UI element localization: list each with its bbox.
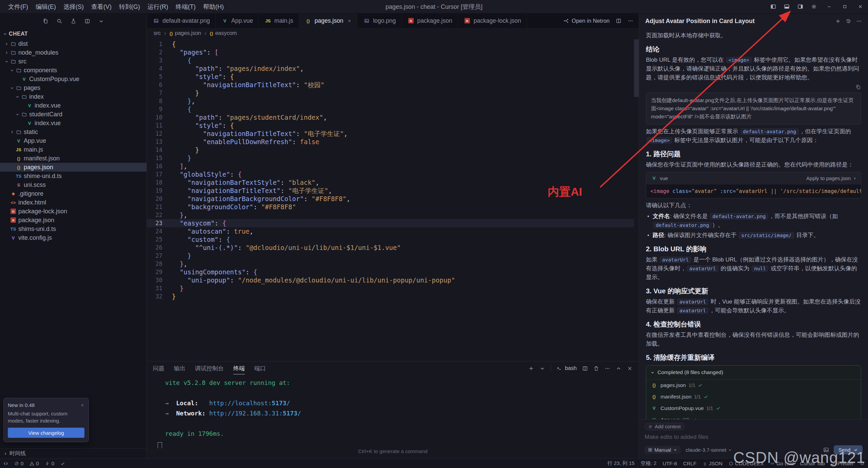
tree-item-dist[interactable]: dist: [0, 39, 146, 48]
code-line-2[interactable]: 2 "pages": [: [147, 48, 634, 56]
breadcrumb-src[interactable]: src: [154, 30, 161, 36]
tab-App.vue[interactable]: VApp.vue: [216, 14, 259, 28]
terminal-output[interactable]: vite v5.2.8 dev server running at: → Loc…: [147, 375, 639, 448]
tree-item-package-lock.json[interactable]: npackage-lock.json: [0, 207, 146, 216]
chevdown-icon[interactable]: [98, 18, 104, 24]
panel-tab-问题[interactable]: 问题: [153, 363, 164, 374]
code-line-4[interactable]: 4 "path": "pages/index/index",: [147, 64, 634, 73]
code-line-3[interactable]: 3 {: [147, 56, 634, 64]
changed-file-CustomPopup.vue[interactable]: VCustomPopup.vue1/1: [646, 403, 861, 414]
changed-file-manifest.json[interactable]: {}manifest.json1/1: [646, 391, 861, 403]
code-line-10[interactable]: 10 "path": "pages/studentCard/index",: [147, 113, 634, 121]
code-line-12[interactable]: 12 "navigationBarTitleText": "电子学生证",: [147, 130, 634, 138]
close-tab-icon[interactable]: [347, 19, 352, 23]
tree-item-shims-uni.d.ts[interactable]: TSshims-uni.d.ts: [0, 225, 146, 233]
view-changelog-button[interactable]: View changelog: [8, 428, 84, 438]
menu-运行[interactable]: 运行(R): [144, 2, 172, 12]
tree-item-.gitignore[interactable]: ◆.gitignore: [0, 189, 146, 198]
tab-logo.png[interactable]: logo.png: [357, 14, 401, 28]
menu-终端[interactable]: 终端(T): [172, 2, 199, 12]
status-cursor-position[interactable]: 行 23, 列 15: [607, 460, 634, 467]
code-line-29[interactable]: 29 "usingComponents": {: [147, 268, 634, 276]
add-context-chip[interactable]: Add context: [645, 423, 685, 430]
terminal-instance-bash[interactable]: bash: [556, 365, 577, 371]
tab-package-lock.json[interactable]: npackage-lock.json: [458, 14, 527, 28]
history-icon[interactable]: [846, 18, 851, 24]
layoutL-icon[interactable]: [768, 2, 778, 12]
status-ports[interactable]: 0: [45, 461, 54, 466]
menu-转到[interactable]: 转到(G): [116, 2, 143, 12]
code-line-24[interactable]: 24 "autoscan": true,: [147, 227, 634, 235]
code-line-16[interactable]: 16 ],: [147, 162, 634, 170]
code-line-1[interactable]: 1{: [147, 40, 634, 48]
tree-item-CustomPopup.vue[interactable]: VCustomPopup.vue: [0, 75, 146, 83]
split-icon[interactable]: [84, 18, 90, 24]
changed-file-App.vue[interactable]: VApp.vue3/3: [646, 414, 861, 419]
status-warnings[interactable]: 0: [29, 461, 39, 466]
code-line-15[interactable]: 15 }: [147, 154, 634, 162]
changed-file-pages.json[interactable]: {}pages.json1/1: [646, 379, 861, 391]
code-line-30[interactable]: 30 "uni-popup": "/node_modules/@dcloudio…: [147, 276, 634, 284]
tree-item-vite.config.js[interactable]: Vvite.config.js: [0, 233, 146, 242]
completed-header[interactable]: Completed (8 files changed): [646, 366, 861, 379]
more-icon[interactable]: [605, 366, 610, 371]
tree-item-pages.json[interactable]: {}pages.json: [0, 163, 146, 172]
code-line-13[interactable]: 13 "enablePullDownRefresh": false: [147, 138, 634, 146]
code-line-32[interactable]: 32}: [147, 292, 634, 300]
code-line-23[interactable]: 23 "easycom": {: [147, 219, 634, 227]
code-line-22[interactable]: 22 },: [147, 211, 634, 219]
status-encoding[interactable]: UTF-8: [663, 461, 677, 466]
code-line-11[interactable]: 11 "style": {: [147, 121, 634, 130]
code-line-21[interactable]: 21 "backgroundColor": "#F8F8F8": [147, 203, 634, 211]
code-line-26[interactable]: 26 "^uni-(.*)": "@dcloudio/uni-ui/lib/un…: [147, 243, 634, 252]
tree-item-index[interactable]: index: [0, 92, 146, 101]
tree-item-index.vue[interactable]: Vindex.vue: [0, 119, 146, 128]
status-errors[interactable]: 0: [14, 461, 23, 466]
tree-item-src[interactable]: src: [0, 57, 146, 66]
timeline-section-header[interactable]: 时间线: [0, 448, 146, 459]
tree-item-shime-uni.d.ts[interactable]: TSshime-uni.d.ts: [0, 172, 146, 180]
tab-main.js[interactable]: JSmain.js: [259, 14, 299, 28]
tree-item-index.html[interactable]: <>index.html: [0, 198, 146, 207]
chevdown-icon[interactable]: [539, 366, 545, 371]
chat-input[interactable]: [645, 433, 863, 443]
more-icon[interactable]: [856, 18, 862, 24]
menu-帮助[interactable]: 帮助(H): [200, 2, 227, 12]
tree-item-uni.scss[interactable]: Suni.scss: [0, 180, 146, 189]
close-button[interactable]: [852, 0, 868, 14]
gear-icon[interactable]: [808, 2, 819, 12]
tree-item-node_modules[interactable]: node_modules: [0, 48, 146, 57]
split-icon[interactable]: [582, 366, 588, 371]
tree-item-studentCard[interactable]: studentCard: [0, 110, 146, 119]
code-line-7[interactable]: 7 }: [147, 89, 634, 97]
code-line-9[interactable]: 9 {: [147, 105, 634, 113]
code-line-6[interactable]: 6 "navigationBarTitleText": "校园": [147, 81, 634, 89]
status-eol[interactable]: CRLF: [683, 461, 696, 466]
model-selector[interactable]: claude-3.7-sonnet: [686, 447, 732, 453]
tree-item-package.json[interactable]: npackage.json: [0, 216, 146, 225]
tab-package.json[interactable]: npackage.json: [402, 14, 458, 28]
panel-tab-终端[interactable]: 终端: [233, 363, 245, 374]
plus-icon[interactable]: [528, 366, 534, 371]
code-line-5[interactable]: 5 "style": {: [147, 73, 634, 81]
tab-pages.json[interactable]: {}pages.json: [299, 14, 358, 28]
tree-item-pages[interactable]: pages: [0, 83, 146, 92]
explorer-section-header[interactable]: CHEAT: [0, 28, 146, 39]
breadcrumb-easycom[interactable]: {}easycom: [210, 30, 237, 36]
tree-item-index.vue[interactable]: Vindex.vue: [0, 101, 146, 110]
status-tasks[interactable]: [60, 461, 65, 466]
search-icon[interactable]: [57, 18, 62, 24]
panel-tab-调试控制台[interactable]: 调试控制台: [195, 363, 224, 374]
status-language-mode[interactable]: {}JSON: [703, 461, 723, 466]
panel-tab-输出[interactable]: 输出: [174, 363, 185, 374]
apply-to-file-button[interactable]: Apply to pages.json: [806, 174, 857, 183]
panel-tab-端口[interactable]: 端口: [254, 363, 266, 374]
more-icon[interactable]: [628, 18, 633, 24]
code-line-8[interactable]: 8 },: [147, 97, 634, 105]
tree-item-static[interactable]: static: [0, 128, 146, 136]
tree-item-main.js[interactable]: JSmain.js: [0, 145, 146, 154]
menu-文件[interactable]: 文件(F): [5, 2, 32, 12]
breadcrumb-pages.json[interactable]: {}pages.json: [170, 30, 201, 36]
mode-selector[interactable]: Manual: [645, 446, 681, 454]
layoutR-icon[interactable]: [795, 2, 806, 12]
